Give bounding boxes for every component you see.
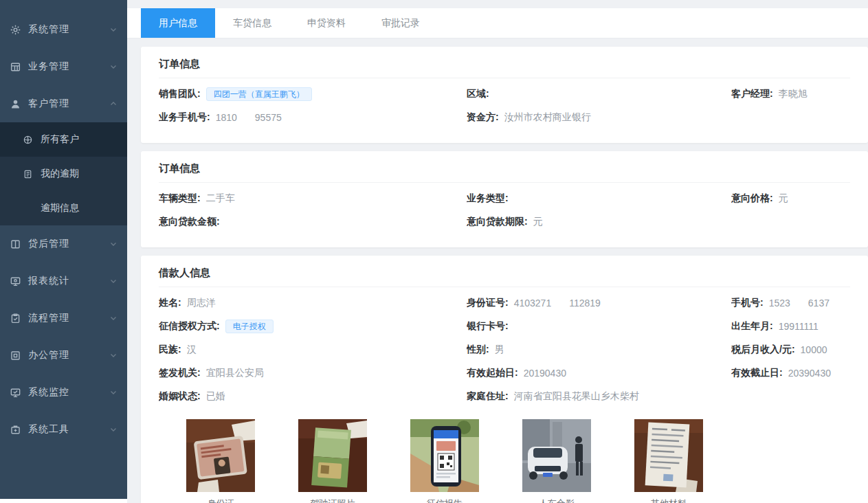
document-photos: 身份证	[159, 419, 850, 503]
field-marital-status: 婚姻状态: 已婚	[159, 385, 467, 408]
chevron-down-icon	[109, 25, 118, 34]
field-home-address: 家庭住址: 河南省宜阳县花果山乡木柴村	[467, 385, 731, 408]
field-label: 车辆类型:	[159, 192, 201, 205]
field-label: 签发机关:	[159, 367, 201, 379]
field-vehicle-type: 车辆类型: 二手车	[159, 187, 467, 210]
field-label: 身份证号:	[467, 297, 509, 309]
field-valid-to: 有效截止日: 20390430	[731, 361, 850, 385]
field-value: 元	[779, 192, 788, 205]
field-bank-card: 银行卡号:	[467, 315, 731, 338]
chevron-down-icon	[109, 277, 118, 285]
sidebar-item-label: 系统监控	[28, 386, 109, 399]
field-value: 20390430	[788, 368, 831, 379]
field-business-phone: 业务手机号: 1810 95575	[159, 106, 467, 129]
person-car-photo[interactable]	[522, 419, 591, 492]
photo-item: 人车合影	[522, 419, 591, 503]
field-label: 意向贷款期限:	[467, 216, 528, 228]
field-label: 民族:	[159, 344, 181, 356]
redaction-block	[790, 298, 808, 308]
field-value: 周志洋	[187, 297, 216, 309]
field-label: 婚姻状态:	[159, 390, 201, 403]
sidebar-item-postloan-management[interactable]: 贷后管理	[0, 225, 127, 262]
sidebar-item-process-management[interactable]: 流程管理	[0, 300, 127, 337]
card-title: 借款人信息	[159, 267, 850, 287]
chevron-down-icon	[109, 388, 118, 396]
green-booklet-photo[interactable]	[298, 419, 367, 492]
field-label: 出生年月:	[731, 320, 773, 333]
phone-qr-photo[interactable]	[410, 419, 479, 492]
field-value: 元	[533, 216, 543, 228]
sidebar-item-office-management[interactable]: 办公管理	[0, 337, 127, 374]
sidebar-item-label: 办公管理	[28, 349, 109, 361]
card-title: 订单信息	[159, 58, 850, 78]
toolbox-icon	[10, 424, 21, 436]
chevron-down-icon	[109, 63, 118, 71]
tab-car-loan-info[interactable]: 车贷信息	[215, 8, 289, 38]
credit-auth-tag[interactable]: 电子授权	[225, 320, 274, 333]
sidebar-item-my-overdue[interactable]: 我的逾期	[0, 157, 127, 191]
field-value: 112819	[569, 298, 601, 309]
wheel-icon	[23, 135, 33, 145]
card-title: 订单信息	[159, 162, 850, 183]
sidebar-item-system-monitor[interactable]: 系统监控	[0, 374, 127, 411]
field-value: 已婚	[206, 390, 225, 403]
field-credit-auth: 征信授权方式: 电子授权	[159, 315, 467, 338]
redaction-block	[551, 298, 569, 308]
field-label: 业务手机号:	[159, 111, 210, 124]
field-sales-team: 销售团队: 四团一营（直属王鹏飞）	[159, 82, 467, 106]
tab-label: 用户信息	[159, 17, 197, 30]
tab-approval-records[interactable]: 审批记录	[364, 8, 438, 38]
sidebar-item-customer-management[interactable]: 客户管理	[0, 85, 127, 122]
tab-label: 申贷资料	[307, 17, 346, 30]
field-label: 银行卡号:	[467, 320, 509, 333]
field-id-number: 身份证号: 4103271 112819	[467, 291, 731, 315]
monitor-check-icon	[10, 387, 21, 399]
tab-label: 审批记录	[381, 17, 420, 30]
field-label: 征信授权方式:	[159, 320, 220, 333]
field-value: 1523	[769, 298, 790, 309]
loan-intent-card: 订单信息 车辆类型: 二手车 业务类型: 意向价格: 元 意向贷款金额:	[141, 151, 868, 247]
chevron-down-icon	[109, 351, 118, 359]
sidebar-item-overdue-info[interactable]: 逾期信息	[0, 191, 127, 225]
redaction-block	[237, 113, 255, 122]
document-photo[interactable]	[634, 419, 703, 492]
field-income: 税后月收入/元: 10000	[731, 338, 850, 361]
sidebar-item-all-customers[interactable]: 所有客户	[0, 122, 127, 157]
field-gender: 性别: 男	[467, 338, 731, 361]
field-label: 姓名:	[159, 297, 181, 309]
field-value: 95575	[255, 112, 282, 123]
field-value: 二手车	[206, 192, 235, 205]
sidebar-item-label: 贷后管理	[28, 238, 109, 250]
field-label: 意向贷款金额:	[159, 216, 220, 228]
field-label: 资金方:	[467, 111, 499, 124]
tab-label: 车贷信息	[233, 17, 271, 30]
detail-tabs: 用户信息 车贷信息 申贷资料 审批记录	[127, 8, 868, 38]
field-label: 性别:	[467, 344, 489, 356]
field-value: 4103271	[514, 298, 552, 309]
field-value: 宜阳县公安局	[206, 367, 264, 379]
sidebar-item-system-tools[interactable]: 系统工具	[0, 411, 127, 448]
sidebar-item-label: 客户管理	[28, 98, 109, 110]
photo-item: 驾驶证照片	[298, 419, 367, 503]
chart-monitor-icon	[10, 276, 21, 287]
photo-item: 身份证	[186, 419, 255, 503]
photo-item: 其他材料	[634, 419, 703, 503]
sidebar-item-label: 系统管理	[28, 23, 109, 36]
sidebar-item-business-management[interactable]: 业务管理	[0, 48, 127, 85]
chevron-down-icon	[109, 425, 118, 434]
field-label: 有效起始日:	[467, 367, 518, 379]
tab-user-info[interactable]: 用户信息	[141, 8, 215, 38]
field-name: 姓名: 周志洋	[159, 291, 467, 315]
field-region: 区域:	[467, 82, 731, 106]
sidebar-item-system-management[interactable]: 系统管理	[0, 11, 127, 48]
sales-team-tag[interactable]: 四团一营（直属王鹏飞）	[206, 87, 312, 101]
field-label: 有效截止日:	[731, 367, 783, 379]
app-window: 系统管理 业务管理 客户管理 所有客户	[0, 0, 868, 503]
sidebar-item-report-statistics[interactable]: 报表统计	[0, 262, 127, 300]
id-card-photo[interactable]	[186, 419, 255, 492]
field-value: 10000	[801, 344, 827, 355]
grid-icon	[10, 61, 21, 73]
field-label: 销售团队:	[159, 88, 201, 100]
tab-loan-application-docs[interactable]: 申贷资料	[289, 8, 364, 38]
photo-caption: 身份证	[186, 498, 255, 503]
